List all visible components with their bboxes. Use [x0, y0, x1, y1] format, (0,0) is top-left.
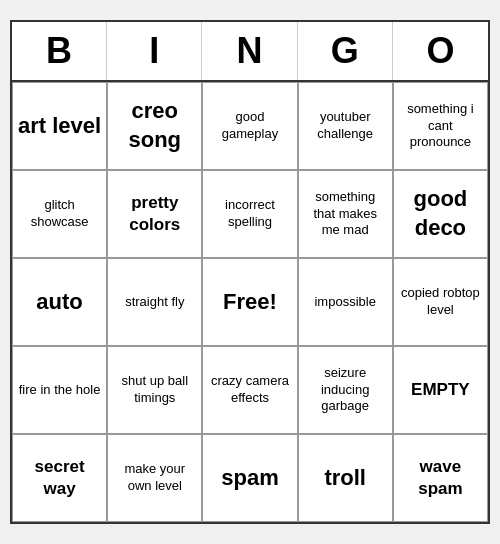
- bingo-cell: youtuber challenge: [298, 82, 393, 170]
- bingo-grid: art levelcreo songgood gameplayyoutuber …: [12, 82, 488, 522]
- header-letter: I: [107, 22, 202, 80]
- bingo-cell: EMPTY: [393, 346, 488, 434]
- bingo-cell: something that makes me mad: [298, 170, 393, 258]
- bingo-cell: crazy camera effects: [202, 346, 297, 434]
- bingo-card: BINGO art levelcreo songgood gameplayyou…: [10, 20, 490, 524]
- bingo-cell: fire in the hole: [12, 346, 107, 434]
- bingo-cell: Free!: [202, 258, 297, 346]
- bingo-cell: seizure inducing garbage: [298, 346, 393, 434]
- bingo-cell: something i cant pronounce: [393, 82, 488, 170]
- bingo-cell: shut up ball timings: [107, 346, 202, 434]
- bingo-cell: impossible: [298, 258, 393, 346]
- bingo-cell: copied robtop level: [393, 258, 488, 346]
- bingo-cell: good deco: [393, 170, 488, 258]
- header-letter: G: [298, 22, 393, 80]
- bingo-cell: art level: [12, 82, 107, 170]
- header-letter: O: [393, 22, 488, 80]
- bingo-cell: make your own level: [107, 434, 202, 522]
- bingo-cell: glitch showcase: [12, 170, 107, 258]
- bingo-cell: secret way: [12, 434, 107, 522]
- bingo-cell: incorrect spelling: [202, 170, 297, 258]
- bingo-header: BINGO: [12, 22, 488, 82]
- bingo-cell: good gameplay: [202, 82, 297, 170]
- header-letter: N: [202, 22, 297, 80]
- header-letter: B: [12, 22, 107, 80]
- bingo-cell: pretty colors: [107, 170, 202, 258]
- bingo-cell: spam: [202, 434, 297, 522]
- bingo-cell: creo song: [107, 82, 202, 170]
- bingo-cell: straight fly: [107, 258, 202, 346]
- bingo-cell: troll: [298, 434, 393, 522]
- bingo-cell: wave spam: [393, 434, 488, 522]
- bingo-cell: auto: [12, 258, 107, 346]
